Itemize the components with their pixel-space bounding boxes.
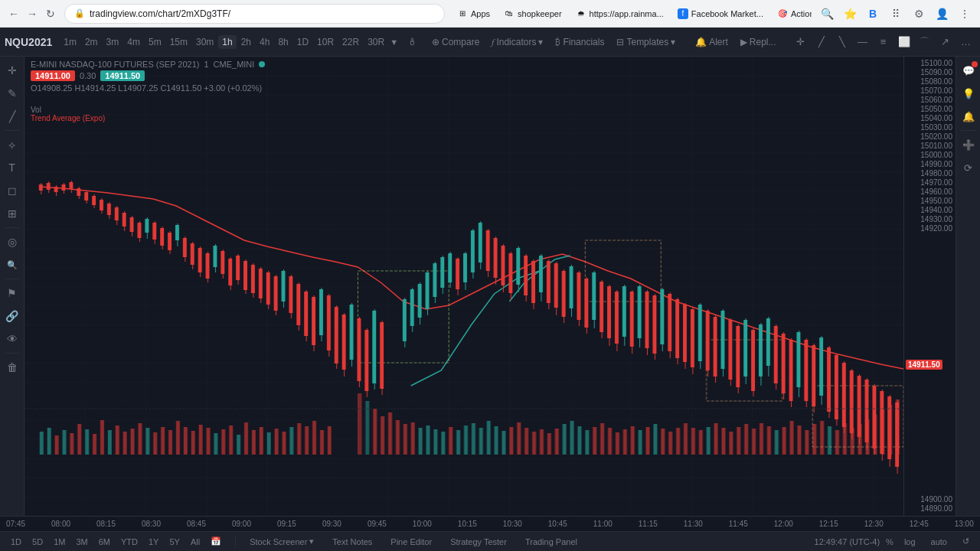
trash-icon[interactable]: 🗑 [2, 357, 23, 378]
tf-1y-btn[interactable]: 1Y [144, 536, 163, 548]
tf-5d-btn[interactable]: 5D [28, 536, 47, 548]
text-notes-tab[interactable]: Text Notes [328, 536, 377, 548]
financials-btn[interactable]: ₿ Financials [550, 34, 609, 50]
menu-btn[interactable]: ⋮ [956, 5, 974, 23]
arrow-tool[interactable]: ↗ [936, 32, 956, 52]
svg-rect-196 [335, 307, 338, 364]
tf-1h[interactable]: 1h [218, 35, 236, 49]
svg-rect-248 [547, 261, 550, 303]
tf-2h[interactable]: 2h [237, 35, 255, 49]
svg-rect-19 [168, 430, 172, 455]
replay-icon: ▶ [740, 37, 747, 47]
indicators-btn[interactable]: 𝑓 Indicators ▾ [486, 34, 548, 50]
tf-5m[interactable]: 5m [145, 35, 165, 49]
bookmark-action-btn[interactable]: ⭐ [841, 5, 859, 23]
fib-icon[interactable]: ⟡ [2, 134, 23, 155]
extensions-btn[interactable]: B [864, 5, 882, 23]
cursor-tool[interactable]: ✛ [791, 32, 811, 52]
svg-rect-222 [448, 253, 452, 282]
tf-8h[interactable]: 8h [274, 35, 292, 49]
zoom-reset-btn[interactable]: ↺ [958, 535, 974, 548]
reload-button[interactable]: ↻ [43, 6, 58, 21]
tf-3m[interactable]: 3m [103, 35, 123, 49]
templates-btn[interactable]: ⊟ Templates ▾ [611, 34, 681, 50]
measure-icon[interactable]: ◎ [2, 231, 23, 253]
line-tool[interactable]: ╱ [812, 32, 831, 52]
alerts-panel-icon[interactable]: 🔔 [958, 106, 979, 127]
replay-btn[interactable]: ▶ Repl... [735, 34, 782, 50]
svg-rect-85 [691, 428, 695, 455]
tf-ytd-btn[interactable]: YTD [116, 536, 142, 548]
tf-6m-btn[interactable]: 6M [94, 536, 115, 548]
log-btn[interactable]: log [900, 536, 920, 548]
text-icon[interactable]: T [2, 157, 23, 178]
hline-tool[interactable]: — [853, 32, 873, 52]
ideas-icon[interactable]: 💡 [958, 83, 979, 104]
bookmark-apps[interactable]: ⊞ Apps [451, 7, 496, 21]
draw-icon[interactable]: ✎ [2, 83, 23, 104]
tf-30r[interactable]: 30R [364, 35, 388, 49]
watch-icon[interactable]: ⟳ [958, 157, 979, 178]
tf-1d[interactable]: 1D [293, 35, 312, 49]
alert-btn[interactable]: 🔔 Alert [690, 34, 733, 50]
tf-22r[interactable]: 22R [338, 35, 363, 49]
tf-1m[interactable]: 1m [60, 35, 80, 49]
address-bar[interactable]: 🔒 tradingview.com/chart/2mXDg3TF/ [64, 4, 445, 24]
magnet-icon[interactable]: ⚑ [2, 282, 23, 304]
more-tools[interactable]: … [956, 32, 976, 52]
lock-icon[interactable]: 🔗 [2, 305, 23, 327]
tf-1d-btn[interactable]: 1D [6, 536, 26, 548]
trading-panel-tab[interactable]: Trading Panel [521, 536, 582, 548]
svg-rect-26 [221, 429, 225, 455]
forward-button[interactable]: → [24, 6, 40, 21]
compare-btn[interactable]: ⊕ Compare [426, 34, 485, 50]
tf-10r[interactable]: 10R [313, 35, 338, 49]
bookmark-rainma[interactable]: 🌧 https://app.rainma... [570, 7, 670, 21]
arc-tool[interactable]: ⌒ [915, 32, 935, 52]
strategy-tester-tab[interactable]: Strategy Tester [446, 536, 511, 548]
rect-tool[interactable]: ⬜ [894, 32, 914, 52]
svg-rect-11 [108, 430, 112, 455]
financials-icon: ₿ [555, 37, 560, 47]
parallel-tool[interactable]: ≡ [874, 32, 893, 52]
tf-5y-btn[interactable]: 5Y [165, 536, 184, 548]
profile-btn[interactable]: 👤 [933, 5, 951, 23]
stock-screener-tab[interactable]: Stock Screener ▾ [245, 535, 318, 548]
zoom-icon[interactable]: 🔍 [2, 254, 23, 276]
pattern-icon[interactable]: ⊞ [2, 203, 23, 224]
price-axis: 15100.00 15090.00 15080.00 15070.00 1506… [903, 57, 956, 516]
main-chart[interactable]: E-MINI NASDAQ-100 FUTURES (SEP 2021) 1 C… [24, 57, 903, 516]
tf-all-btn[interactable]: All [186, 536, 204, 548]
svg-rect-272 [638, 286, 642, 338]
plus-icon[interactable]: ➕ [958, 134, 979, 155]
ray-tool[interactable]: ╲ [832, 32, 852, 52]
time-1300: 13:00 [955, 520, 974, 528]
settings-btn[interactable]: ⚙ [910, 5, 928, 23]
extensions-menu[interactable]: ⠿ [887, 5, 905, 23]
search-action[interactable]: 🔍 [818, 5, 836, 23]
tf-2m[interactable]: 2m [81, 35, 102, 49]
symbol-name[interactable]: NQU2021 [5, 36, 52, 48]
chart-type-btn[interactable]: 🕯 [407, 32, 417, 52]
bookmark-shopkeeper[interactable]: 🛍 shopkeeper [498, 7, 568, 21]
tf-4m[interactable]: 4m [123, 35, 144, 49]
tf-more-btn[interactable]: ▼ [390, 32, 398, 52]
svg-rect-124 [61, 184, 65, 191]
shape-icon[interactable]: ◻ [2, 180, 23, 201]
chat-icon[interactable]: 💬 [958, 60, 979, 81]
tf-30m[interactable]: 30m [192, 35, 217, 49]
bookmark-facebook[interactable]: f Facebook Market... [671, 7, 769, 21]
visibility-icon[interactable]: 👁 [2, 328, 23, 350]
line-icon[interactable]: ╱ [2, 106, 23, 127]
tf-4h[interactable]: 4h [256, 35, 273, 49]
cursor-icon[interactable]: ✛ [2, 60, 23, 81]
tf-1m-btn[interactable]: 1M [49, 536, 70, 548]
rainma-label: https://app.rainma... [590, 9, 664, 18]
tf-15m[interactable]: 15m [166, 35, 191, 49]
tf-3m-btn[interactable]: 3M [71, 536, 92, 548]
back-button[interactable]: ← [6, 6, 21, 21]
pine-editor-tab[interactable]: Pine Editor [386, 536, 436, 548]
tf-calendar-btn[interactable]: 📅 [206, 535, 226, 548]
bookmark-action[interactable]: 🎯 Action Figures, To... [771, 7, 812, 21]
auto-btn[interactable]: auto [926, 536, 952, 548]
